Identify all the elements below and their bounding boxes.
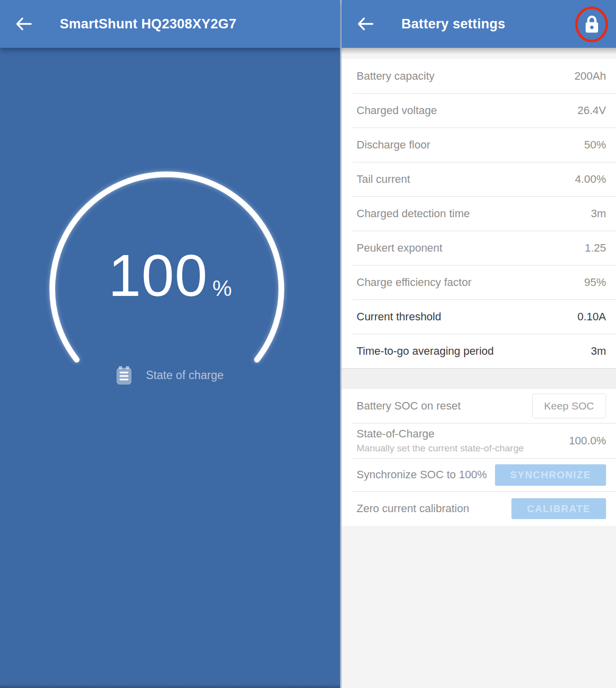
calibrate-button[interactable]: CALIBRATE (511, 498, 606, 519)
row-value: 1.25 (585, 242, 606, 255)
row-label: Battery SOC on reset (357, 400, 461, 413)
row-charge-efficiency-factor[interactable]: Charge efficiency factor 95% (342, 265, 616, 299)
settings-scroll-area[interactable]: Battery capacity 200Ah Charged voltage 2… (342, 48, 616, 688)
state-of-charge-value: 100 % (0, 246, 340, 309)
device-header: SmartShunt HQ2308XY2G7 (0, 0, 340, 48)
row-label: Charged voltage (357, 104, 437, 117)
back-arrow-icon[interactable] (356, 14, 375, 34)
row-zero-current-calibration[interactable]: Zero current calibration CALIBRATE (342, 491, 616, 526)
row-value: 26.4V (578, 104, 607, 117)
settings-lock-area (575, 6, 608, 42)
settings-title: Battery settings (401, 0, 505, 48)
state-of-charge-gauge-arc (0, 48, 340, 397)
row-charged-detection-time[interactable]: Charged detection time 3m (342, 196, 616, 231)
row-label: Time-to-go averaging period (357, 345, 494, 358)
row-label: Zero current calibration (357, 502, 469, 515)
row-label: Peukert exponent (357, 242, 442, 255)
keep-soc-button[interactable]: Keep SOC (532, 394, 606, 418)
row-value: 0.10A (578, 310, 607, 323)
battery-settings-panel: Battery settings Battery capacity 200Ah (340, 0, 616, 688)
row-label: Charge efficiency factor (357, 276, 472, 289)
back-arrow-icon[interactable] (14, 14, 34, 34)
synchronize-button[interactable]: SYNCHRONIZE (495, 464, 606, 486)
settings-header: Battery settings (342, 0, 616, 48)
row-label: Synchronize SOC to 100% (357, 468, 487, 481)
section-separator (342, 368, 616, 389)
row-value: 100.0% (569, 434, 606, 447)
row-charged-voltage[interactable]: Charged voltage 26.4V (342, 93, 616, 128)
row-label: Battery capacity (357, 70, 435, 83)
row-synchronize-soc[interactable]: Synchronize SOC to 100% SYNCHRONIZE (342, 458, 616, 491)
row-time-to-go-averaging-period[interactable]: Time-to-go averaging period 3m (342, 334, 616, 368)
row-value: 200Ah (574, 70, 606, 83)
row-value: 3m (591, 207, 606, 220)
row-label: Discharge floor (357, 138, 430, 151)
soc-caption-label: State of charge (146, 369, 224, 382)
battery-icon (117, 366, 131, 385)
row-value: 95% (584, 276, 606, 289)
row-value: 4.00% (575, 173, 606, 186)
row-value: 3m (591, 345, 606, 358)
row-peukert-exponent[interactable]: Peukert exponent 1.25 (342, 231, 616, 265)
soc-actions-list: Battery SOC on reset Keep SOC State-of-C… (342, 389, 616, 526)
row-tail-current[interactable]: Tail current 4.00% (342, 162, 616, 196)
device-overview-panel: SmartShunt HQ2308XY2G7 100 % State of ch… (0, 0, 340, 688)
row-value: 50% (584, 138, 606, 151)
row-battery-soc-on-reset[interactable]: Battery SOC on reset Keep SOC (342, 389, 616, 423)
row-label: Charged detection time (357, 207, 470, 220)
row-sublabel: Manually set the current state-of-charge (357, 443, 524, 454)
row-current-threshold[interactable]: Current threshold 0.10A (342, 299, 616, 334)
soc-percent-sign: % (212, 276, 232, 301)
row-label: Tail current (357, 173, 410, 186)
row-label: State-of-Charge (357, 427, 524, 440)
row-label: Current threshold (357, 310, 441, 323)
victron-connect-app: SmartShunt HQ2308XY2G7 100 % State of ch… (0, 0, 616, 688)
soc-percentage: 100 (108, 246, 208, 305)
state-of-charge-caption: State of charge (0, 364, 340, 386)
row-battery-capacity[interactable]: Battery capacity 200Ah (342, 59, 616, 93)
lock-icon[interactable] (584, 15, 600, 33)
device-title: SmartShunt HQ2308XY2G7 (60, 0, 237, 48)
battery-parameters-list: Battery capacity 200Ah Charged voltage 2… (342, 59, 616, 368)
row-state-of-charge[interactable]: State-of-Charge Manually set the current… (342, 423, 616, 458)
row-discharge-floor[interactable]: Discharge floor 50% (342, 128, 616, 162)
